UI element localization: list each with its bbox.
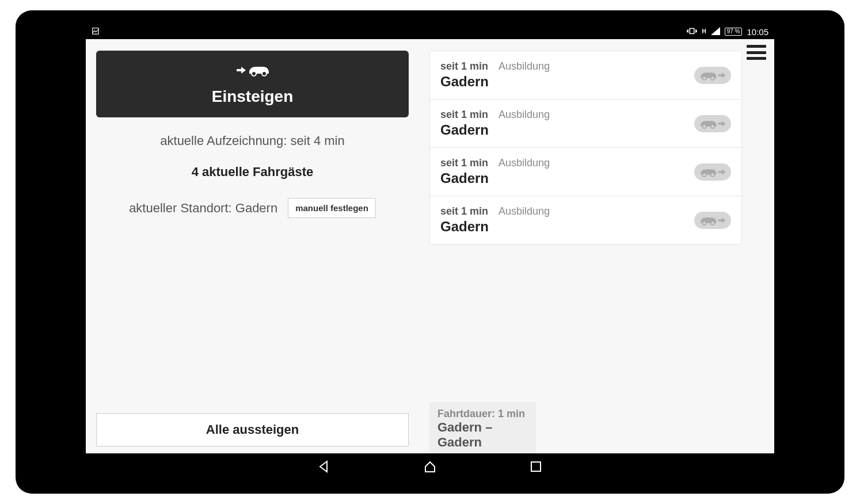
passenger-duration: seit 1 min [440,205,488,217]
network-type-icon: H [702,29,706,35]
passenger-duration: seit 1 min [440,109,488,121]
screenshot-notification-icon [92,27,100,36]
passenger-duration: seit 1 min [440,60,488,72]
einsteigen-label: Einsteigen [212,87,294,106]
exit-car-icon[interactable] [694,67,731,84]
svg-point-3 [262,71,267,76]
manual-location-button[interactable]: manuell festlegen [288,198,376,218]
home-button[interactable] [423,460,437,474]
passenger-category: Ausbildung [499,205,550,217]
enter-car-icon [235,63,270,82]
svg-rect-12 [531,462,541,471]
current-location: aktueller Standort: Gadern [129,201,277,216]
trip-route: Gadern – Gadern [437,420,528,450]
passenger-location: Gadern [440,74,694,90]
exit-car-icon[interactable] [694,163,731,181]
svg-point-10 [702,221,706,224]
android-nav-bar [86,453,774,480]
passenger-count: 4 aktuelle Fahrgäste [96,165,409,180]
trip-duration: Fahrtdauer: 1 min [437,408,528,420]
svg-point-8 [702,173,706,176]
screen: H 97 % 10:05 [86,24,774,480]
svg-point-5 [711,76,714,79]
battery-level: 97 % [725,28,743,36]
svg-point-9 [711,173,714,176]
passenger-duration: seit 1 min [440,157,488,169]
passenger-list: seit 1 min Ausbildung Gadern [429,51,742,245]
svg-point-4 [702,76,706,79]
exit-car-icon[interactable] [694,115,731,132]
app-content: Einsteigen aktuelle Aufzeichnung: seit 4… [86,39,774,453]
svg-point-2 [252,71,256,76]
passenger-row[interactable]: seit 1 min Ausbildung Gadern [430,196,741,244]
svg-rect-1 [690,29,695,34]
einsteigen-button[interactable]: Einsteigen [96,51,409,117]
tablet-bezel: SONY H [16,10,844,494]
passenger-row[interactable]: seit 1 min Ausbildung Gadern [430,148,741,196]
signal-icon [711,27,720,36]
trip-summary[interactable]: Fahrtdauer: 1 min Gadern – Gadern [429,402,536,453]
passenger-row[interactable]: seit 1 min Ausbildung Gadern [430,100,741,148]
passenger-location: Gadern [440,219,694,235]
left-column: Einsteigen aktuelle Aufzeichnung: seit 4… [86,39,419,453]
all-exit-button[interactable]: Alle aussteigen [96,413,409,446]
exit-car-icon[interactable] [694,212,731,229]
passenger-row[interactable]: seit 1 min Ausbildung Gadern [430,51,741,100]
vibrate-icon [687,27,697,36]
passenger-location: Gadern [440,122,694,138]
tablet-inner: H 97 % 10:05 [22,17,838,487]
passenger-category: Ausbildung [499,109,550,121]
passenger-category: Ausbildung [499,60,550,72]
device-frame: SONY H [0,0,860,504]
svg-point-7 [711,124,714,128]
android-status-bar: H 97 % 10:05 [86,24,774,39]
back-button[interactable] [317,460,331,474]
passenger-location: Gadern [440,170,694,186]
right-column: seit 1 min Ausbildung Gadern [419,39,774,453]
svg-point-11 [711,221,714,224]
location-row: aktueller Standort: Gadern manuell festl… [96,198,409,218]
svg-point-6 [702,124,706,128]
recents-button[interactable] [529,460,543,474]
menu-button[interactable] [747,45,766,60]
recording-info: aktuelle Aufzeichnung: seit 4 min [96,133,409,148]
svg-rect-0 [93,28,99,35]
passenger-category: Ausbildung [499,157,550,169]
clock: 10:05 [747,27,768,37]
